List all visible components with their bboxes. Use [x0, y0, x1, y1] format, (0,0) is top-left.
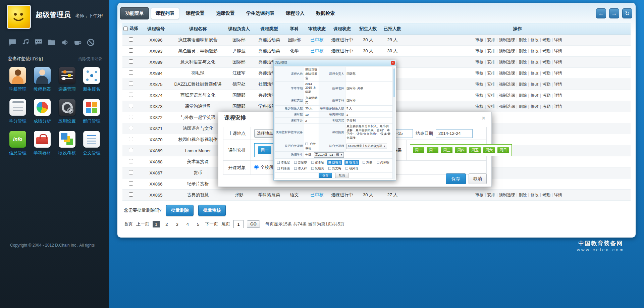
op-arrange[interactable]: 安排: [487, 193, 495, 197]
student-chip[interactable]: 阮瑾英: [310, 166, 325, 171]
op-modify[interactable]: 修改: [531, 104, 539, 109]
op-review[interactable]: 审核: [475, 38, 483, 42]
tab-1[interactable]: 课程列表: [151, 8, 179, 19]
op-attendance[interactable]: 考勤: [542, 71, 550, 75]
app-item-pie-chart[interactable]: 成绩分析: [30, 99, 55, 124]
op-detail[interactable]: 详情: [554, 38, 562, 42]
app-item-info-bubble[interactable]: 信息管理: [5, 131, 30, 156]
tab-5[interactable]: 课程导入: [281, 8, 309, 19]
op-detail[interactable]: 详情: [554, 104, 562, 109]
review-status-badge[interactable]: 已审核: [311, 48, 324, 53]
op-attendance[interactable]: 考勤: [542, 49, 550, 53]
app-item-network[interactable]: 新生报名: [79, 67, 104, 92]
arrange-save-button[interactable]: 保存: [446, 173, 466, 184]
clear-history-link[interactable]: 清除使用记录: [78, 56, 102, 62]
page-4[interactable]: 4: [184, 221, 191, 227]
op-arrange[interactable]: 安排: [487, 82, 495, 87]
app-item-woman-avatar[interactable]: 教师档案: [30, 67, 55, 92]
op-detail[interactable]: 详情: [554, 93, 562, 98]
forward-arrow-button[interactable]: →: [609, 8, 619, 18]
force-save-button[interactable]: 保存: [319, 173, 332, 178]
row-checkbox[interactable]: [129, 70, 133, 75]
app-item-layers[interactable]: 绩效考核: [55, 131, 79, 156]
op-delete[interactable]: 删除: [519, 38, 527, 42]
student-chip[interactable]: 刘语温: [276, 166, 291, 171]
function-menu-button[interactable]: 功能菜单: [120, 7, 149, 19]
prev-page-link[interactable]: 上一页: [136, 221, 149, 227]
grade-select[interactable]: 高2014级（15）班 ▼: [314, 152, 344, 158]
op-arrange[interactable]: 安排: [487, 104, 495, 109]
op-attendance[interactable]: 考勤: [542, 104, 550, 109]
op-delete[interactable]: 删除: [519, 49, 527, 53]
chat-icon[interactable]: [8, 38, 16, 47]
op-review[interactable]: 审核: [475, 82, 483, 87]
op-delete[interactable]: 删除: [519, 93, 527, 98]
batch-review-button[interactable]: 批量审核: [198, 205, 226, 216]
op-modify[interactable]: 修改: [531, 38, 539, 42]
app-item-girl-avatar[interactable]: 学籍管理: [5, 67, 30, 92]
review-status-badge[interactable]: 已审核: [311, 37, 324, 42]
app-item-notepad[interactable]: 学分管理: [5, 99, 30, 124]
block-icon[interactable]: [87, 38, 95, 47]
row-checkbox[interactable]: [129, 148, 133, 152]
page-2[interactable]: 2: [163, 221, 170, 227]
op-delete[interactable]: 删除: [519, 71, 527, 75]
op-detail[interactable]: 详情: [554, 193, 562, 197]
op-force-select[interactable]: 强制选课: [499, 60, 515, 64]
row-checkbox[interactable]: [129, 59, 133, 64]
op-delete[interactable]: 删除: [519, 60, 527, 64]
op-attendance[interactable]: 考勤: [542, 193, 550, 197]
op-detail[interactable]: 详情: [554, 49, 562, 53]
student-chip[interactable]: 张卓智: [310, 160, 325, 165]
merge-target-select[interactable]: XX792播音主持艺术欣赏课 ▼: [346, 144, 387, 149]
student-chip[interactable]: 赵明育: [327, 160, 342, 165]
op-modify[interactable]: 修改: [531, 82, 539, 87]
broadcast-icon[interactable]: [60, 38, 69, 47]
student-chip[interactable]: 谭大样: [293, 166, 308, 171]
op-modify[interactable]: 修改: [531, 49, 539, 53]
op-force-select[interactable]: 强制选课: [499, 82, 515, 87]
app-item-gears[interactable]: 应用设置: [55, 99, 79, 124]
op-force-select[interactable]: 强制选课: [499, 71, 515, 75]
tab-4[interactable]: 学生选课列表: [241, 8, 279, 19]
page-5[interactable]: 5: [195, 221, 202, 227]
back-arrow-button[interactable]: ←: [596, 8, 606, 18]
op-detail[interactable]: 详情: [554, 82, 562, 87]
student-chip[interactable]: 刘文梅: [327, 166, 342, 171]
op-force-select[interactable]: 强制选课: [499, 104, 515, 109]
row-checkbox[interactable]: [129, 170, 133, 174]
music-icon[interactable]: [21, 38, 30, 47]
op-arrange[interactable]: 安排: [487, 60, 495, 64]
go-button[interactable]: GO: [247, 220, 260, 228]
page-3[interactable]: 3: [173, 221, 180, 227]
last-page-link[interactable]: 尾页: [221, 221, 230, 227]
op-review[interactable]: 审核: [475, 104, 483, 109]
arrange-cancel-button[interactable]: 取消: [469, 173, 487, 184]
op-modify[interactable]: 修改: [531, 60, 539, 64]
op-attendance[interactable]: 考勤: [542, 93, 550, 98]
batch-delete-button[interactable]: 批量删除: [166, 205, 194, 216]
coffee-icon[interactable]: [73, 38, 82, 47]
row-checkbox[interactable]: [129, 181, 133, 186]
goto-page-input[interactable]: [233, 220, 244, 228]
op-delete[interactable]: 删除: [519, 104, 527, 109]
app-item-sliders[interactable]: 选课管理: [55, 67, 79, 92]
student-chip[interactable]: 尚刚明: [376, 160, 390, 165]
row-checkbox[interactable]: [129, 126, 133, 130]
student-chip[interactable]: 谭伦谊: [276, 160, 291, 165]
student-chip[interactable]: 胡育英: [344, 160, 359, 165]
op-arrange[interactable]: 安排: [487, 93, 495, 98]
first-page-link[interactable]: 首页: [124, 221, 133, 227]
op-force-select[interactable]: 强制选课: [499, 193, 515, 197]
app-item-window-squares[interactable]: 部门管理: [79, 99, 104, 124]
force-cancel-button[interactable]: 取消: [335, 173, 348, 178]
merge-checkbox[interactable]: [305, 143, 308, 145]
select-all-checkbox[interactable]: [123, 27, 128, 31]
tab-3[interactable]: 选课设置: [211, 8, 239, 19]
op-modify[interactable]: 修改: [531, 193, 539, 197]
op-attendance[interactable]: 考勤: [542, 60, 550, 64]
student-chip[interactable]: 刘傲: [362, 160, 373, 165]
op-attendance[interactable]: 考勤: [542, 38, 550, 42]
arrange-close-icon[interactable]: ×: [482, 115, 485, 121]
student-chip[interactable]: 曾智睿: [293, 160, 308, 165]
